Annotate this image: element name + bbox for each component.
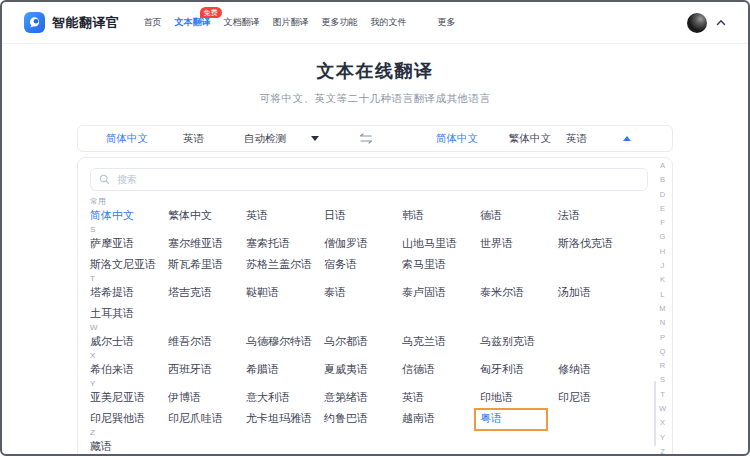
language-option[interactable]: 亚美尼亚语 [90,390,168,405]
main-nav: 首页 文本翻译 免费 文档翻译 图片翻译 更多功能 我的文件 更多 [144,16,456,29]
index-letter-Z[interactable]: Z [660,448,665,456]
language-option[interactable]: 修纳语 [558,362,636,377]
language-grid: 亚美尼亚语伊博语意大利语意第绪语英语印地语印尼语印尼巽他语印尼爪哇语尤卡坦玛雅语… [90,387,654,429]
language-option[interactable]: 繁体中文 [168,208,246,223]
source-lang-dropdown-icon[interactable] [311,136,319,141]
index-letter-T[interactable]: T [660,391,665,399]
target-lang-tab-traditional-chinese[interactable]: 繁体中文 [509,132,551,146]
language-option[interactable]: 乌克兰语 [402,334,480,349]
scrollbar-thumb[interactable] [654,381,656,446]
nav-item-more-features[interactable]: 更多功能 [322,16,358,29]
language-option[interactable]: 伊博语 [168,390,246,405]
language-option[interactable]: 僧伽罗语 [324,236,402,251]
language-option[interactable]: 英语 [402,390,480,405]
language-option[interactable]: 山地马里语 [402,236,480,251]
target-lang-tab-simplified-chinese[interactable]: 简体中文 [436,132,478,146]
index-letter-Y[interactable]: Y [660,434,665,442]
language-option[interactable]: 希伯来语 [90,362,168,377]
language-option[interactable]: 尤卡坦玛雅语 [246,411,324,426]
language-option[interactable]: 日语 [324,208,402,223]
language-option[interactable]: 约鲁巴语 [324,411,402,426]
language-option[interactable]: 泰米尔语 [480,285,558,300]
nav-item-image-translate[interactable]: 图片翻译 [273,16,309,29]
index-letter-G[interactable]: G [660,233,666,241]
language-option[interactable]: 苏格兰盖尔语 [246,257,324,272]
language-option[interactable]: 斯洛文尼亚语 [90,257,168,272]
index-letter-J[interactable]: J [661,262,665,270]
language-option[interactable]: 英语 [246,208,324,223]
language-option[interactable]: 汤加语 [558,285,636,300]
index-letter-E[interactable]: E [660,205,665,213]
index-letter-N[interactable]: N [660,319,665,327]
language-option[interactable]: 简体中文 [90,208,168,223]
language-option[interactable]: 越南语 [402,411,480,426]
language-option[interactable]: 印地语 [480,390,558,405]
source-lang-tab-simplified-chinese[interactable]: 简体中文 [106,132,148,146]
language-option[interactable]: 法语 [558,208,636,223]
language-grid: 塔希提语塔吉克语鞑靼语泰语泰卢固语泰米尔语汤加语土耳其语 [90,282,654,324]
language-option[interactable]: 宿务语 [324,257,402,272]
language-option[interactable]: 德语 [480,208,558,223]
source-lang-tab-english[interactable]: 英语 [183,132,204,146]
nav-item-my-files[interactable]: 我的文件 [371,16,407,29]
index-letter-M[interactable]: M [659,305,665,313]
language-option[interactable]: 意第绪语 [324,390,402,405]
language-option[interactable]: 信德语 [402,362,480,377]
brand-logo-icon[interactable] [24,12,45,33]
nav-item-home[interactable]: 首页 [144,16,162,29]
index-letter-L[interactable]: L [660,291,664,299]
index-letter-A[interactable]: A [660,162,665,170]
language-option[interactable]: 塞索托语 [246,236,324,251]
language-option[interactable]: 斯洛伐克语 [558,236,636,251]
user-avatar[interactable] [687,13,707,33]
language-option[interactable]: 匈牙利语 [480,362,558,377]
language-option[interactable]: 塔吉克语 [168,285,246,300]
language-option[interactable]: 西班牙语 [168,362,246,377]
index-letter-D[interactable]: D [660,191,665,199]
language-option[interactable]: 萨摩亚语 [90,236,168,251]
language-option[interactable]: 塞尔维亚语 [168,236,246,251]
brand-name[interactable]: 智能翻译官 [52,14,120,32]
language-option[interactable]: 土耳其语 [90,306,168,321]
language-option[interactable]: 威尔士语 [90,334,168,349]
language-option[interactable]: 意大利语 [246,390,324,405]
index-letter-W[interactable]: W [659,405,666,413]
language-option[interactable]: 乌兹别克语 [480,334,558,349]
index-letter-S[interactable]: S [660,376,665,384]
language-option[interactable]: 鞑靼语 [246,285,324,300]
index-letter-H[interactable]: H [660,248,665,256]
language-option-highlighted[interactable]: 粤语 [480,411,558,426]
language-option[interactable]: 藏语 [90,439,168,454]
nav-item-text-translate[interactable]: 文本翻译 免费 [175,16,211,29]
language-option[interactable]: 塔希提语 [90,285,168,300]
collapse-panel-icon[interactable] [623,136,631,141]
language-option[interactable]: 印尼爪哇语 [168,411,246,426]
language-option[interactable]: 泰卢固语 [402,285,480,300]
index-letter-P[interactable]: P [660,334,665,342]
swap-languages-button[interactable] [359,133,373,144]
language-option[interactable]: 索马里语 [402,257,480,272]
language-option[interactable]: 乌德穆尔特语 [246,334,324,349]
language-option[interactable]: 印尼巽他语 [90,411,168,426]
source-lang-tab-auto-detect[interactable]: 自动检测 [244,132,286,146]
language-option[interactable]: 泰语 [324,285,402,300]
language-option[interactable]: 夏威夷语 [324,362,402,377]
index-letter-R[interactable]: R [660,362,665,370]
search-input[interactable] [115,173,639,186]
index-letter-F[interactable]: F [660,219,665,227]
language-option[interactable]: 韩语 [402,208,480,223]
index-letter-B[interactable]: B [660,176,665,184]
index-letter-X[interactable]: X [660,419,665,427]
target-lang-tab-english[interactable]: 英语 [566,132,587,146]
account-menu-toggle[interactable] [716,19,726,26]
nav-item-doc-translate[interactable]: 文档翻译 [224,16,260,29]
language-option[interactable]: 世界语 [480,236,558,251]
language-option[interactable]: 希腊语 [246,362,324,377]
language-option[interactable]: 乌尔都语 [324,334,402,349]
language-option[interactable]: 斯瓦希里语 [168,257,246,272]
language-option[interactable]: 印尼语 [558,390,636,405]
language-option[interactable]: 维吾尔语 [168,334,246,349]
index-letter-K[interactable]: K [660,276,665,284]
index-letter-Q[interactable]: Q [660,348,666,356]
nav-item-more[interactable]: 更多 [438,16,456,29]
